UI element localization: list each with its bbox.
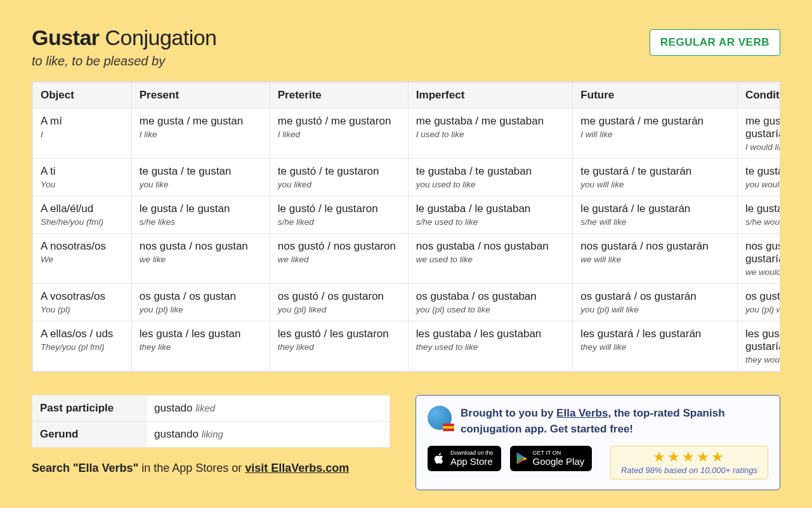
object-cell: A ellas/os / udsThey/you (pl fml) bbox=[33, 321, 132, 371]
tense-cell: te gustará / te gustarányou will like bbox=[573, 159, 738, 196]
tense-cell: os gustaría / os gustaríanyou (pl) would… bbox=[737, 284, 780, 321]
tense-cell: te gustaría / te gustaríanyou would like bbox=[737, 159, 780, 196]
column-header: Conditional bbox=[737, 83, 780, 109]
tense-cell: te gustaba / te gustabanyou used to like bbox=[408, 159, 573, 196]
google-play-icon bbox=[515, 451, 528, 465]
tense-cell: te gustó / te gustaronyou liked bbox=[270, 159, 408, 196]
tense-cell: os gustó / os gustaronyou (pl) liked bbox=[270, 284, 408, 321]
tense-cell: me gustará / me gustaránI will like bbox=[573, 109, 738, 159]
star-icon: ★★★★★ bbox=[621, 450, 757, 464]
tense-cell: les gustaría / les gustaríanthey would l… bbox=[737, 321, 780, 371]
column-header: Preterite bbox=[270, 83, 408, 109]
tense-cell: le gustará / le gustaráns/he will like bbox=[573, 196, 738, 234]
globe-flag-icon bbox=[428, 406, 452, 430]
rating-text: Rated 98% based on 10,000+ ratings bbox=[621, 465, 757, 475]
tense-cell: le gustó / le gustarons/he liked bbox=[270, 196, 408, 234]
tense-cell: les gustaba / les gustabanthey used to l… bbox=[408, 321, 573, 371]
tense-cell: os gustaba / os gustabanyou (pl) used to… bbox=[408, 284, 573, 321]
tense-cell: les gustó / les gustaronthey liked bbox=[270, 321, 408, 371]
column-header: Imperfect bbox=[408, 83, 573, 109]
tense-cell: nos gustará / nos gustaránwe will like bbox=[573, 234, 738, 284]
column-header: Present bbox=[131, 83, 270, 109]
tense-cell: les gustará / les gustaránthey will like bbox=[573, 321, 738, 371]
conjugation-table: ObjectPresentPreteriteImperfectFutureCon… bbox=[32, 82, 780, 371]
conjugation-table-wrap: ObjectPresentPreteriteImperfectFutureCon… bbox=[32, 81, 780, 372]
tense-cell: me gustaría / me gustaríanI would like bbox=[737, 109, 780, 159]
promo-text: Brought to you by Ella Verbs, the top-ra… bbox=[461, 406, 768, 437]
google-play-button[interactable]: GET IT ON Google Play bbox=[510, 446, 593, 471]
table-row: A míIme gusta / me gustanI likeme gustó … bbox=[33, 109, 781, 159]
rating-box: ★★★★★ Rated 98% based on 10,000+ ratings bbox=[610, 446, 768, 479]
visit-ellaverbs-link[interactable]: visit EllaVerbs.com bbox=[245, 462, 349, 474]
table-row: A tiYoute gusta / te gustanyou likete gu… bbox=[33, 159, 781, 196]
column-header: Object bbox=[33, 83, 132, 109]
gerund-label: Gerund bbox=[32, 422, 147, 448]
object-cell: A míI bbox=[33, 109, 132, 159]
past-participle-value: gustado liked bbox=[147, 396, 390, 422]
page-title: Gustar Conjugation bbox=[32, 25, 217, 50]
tense-cell: nos gustaba / nos gustabanwe used to lik… bbox=[408, 234, 573, 284]
column-header: Future bbox=[573, 83, 738, 109]
tense-cell: nos gustó / nos gustaronwe liked bbox=[270, 234, 408, 284]
title-word: Conjugation bbox=[105, 25, 217, 50]
search-instruction: Search "Ella Verbs" in the App Stores or… bbox=[32, 462, 390, 475]
participle-table: Past participle gustado liked Gerund gus… bbox=[32, 395, 390, 448]
tense-cell: nos gustaría / nos gustaríanwe would lik… bbox=[737, 234, 780, 284]
verb-type-badge: REGULAR AR VERB bbox=[650, 29, 780, 56]
tense-cell: te gusta / te gustanyou like bbox=[131, 159, 270, 196]
tense-cell: me gustó / me gustaronI liked bbox=[270, 109, 408, 159]
object-cell: A ella/él/udShe/he/you (fml) bbox=[33, 196, 132, 234]
tense-cell: les gusta / les gustanthey like bbox=[131, 321, 270, 371]
object-cell: A tiYou bbox=[33, 159, 132, 196]
promo-card: Brought to you by Ella Verbs, the top-ra… bbox=[416, 395, 780, 490]
object-cell: A vosotras/osYou (pl) bbox=[33, 284, 132, 321]
table-row: A vosotras/osYou (pl)os gusta / os gusta… bbox=[33, 284, 781, 321]
gerund-value: gustando liking bbox=[147, 422, 390, 448]
tense-cell: le gustaba / le gustabans/he used to lik… bbox=[408, 196, 573, 234]
tense-cell: me gustaba / me gustabanI used to like bbox=[408, 109, 573, 159]
tense-cell: os gusta / os gustanyou (pl) like bbox=[131, 284, 270, 321]
verb-translation: to like, to be pleased by bbox=[32, 54, 217, 69]
tense-cell: os gustará / os gustarányou (pl) will li… bbox=[573, 284, 738, 321]
object-cell: A nosotras/osWe bbox=[33, 234, 132, 284]
app-store-button[interactable]: Download on the App Store bbox=[428, 446, 501, 471]
tense-cell: le gustaría / le gustaríans/he would lik… bbox=[737, 196, 780, 234]
tense-cell: me gusta / me gustanI like bbox=[131, 109, 270, 159]
table-row: A ellas/os / udsThey/you (pl fml)les gus… bbox=[33, 321, 781, 371]
past-participle-label: Past participle bbox=[32, 396, 147, 422]
verb-name: Gustar bbox=[32, 25, 100, 50]
table-row: A nosotras/osWenos gusta / nos gustanwe … bbox=[33, 234, 781, 284]
apple-icon bbox=[433, 451, 445, 465]
table-row: A ella/él/udShe/he/you (fml)le gusta / l… bbox=[33, 196, 781, 234]
tense-cell: nos gusta / nos gustanwe like bbox=[131, 234, 270, 284]
ella-verbs-link[interactable]: Ella Verbs bbox=[556, 407, 608, 419]
tense-cell: le gusta / le gustans/he likes bbox=[131, 196, 270, 234]
